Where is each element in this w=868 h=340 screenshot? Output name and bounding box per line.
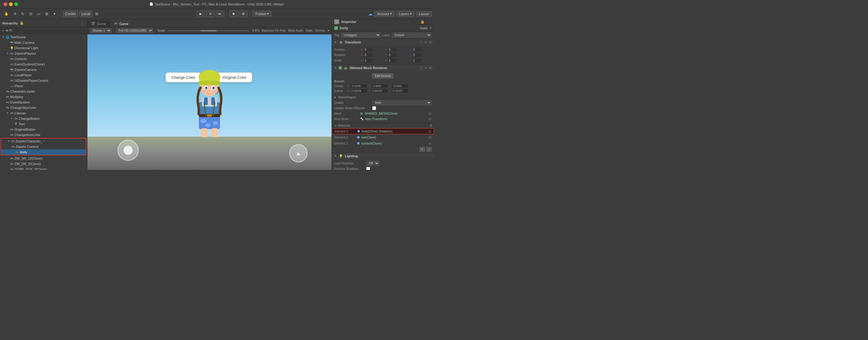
- active-checkbox[interactable]: ✓: [334, 26, 338, 30]
- tree-item-uizepeto[interactable]: 🎮 UIZepetoPlayerControl: [0, 78, 87, 83]
- extent-y-input[interactable]: [371, 89, 388, 93]
- center-x-input[interactable]: [350, 84, 367, 88]
- play-button[interactable]: ▶: [196, 10, 205, 17]
- tree-item-zw-sr[interactable]: 🎮 ZW_SR_12(Clone): [0, 156, 87, 161]
- tree-item-originalbutton[interactable]: 🎮 OriginalButton: [0, 127, 87, 132]
- position-x-input[interactable]: [364, 48, 373, 52]
- tree-item-changeitemcolor[interactable]: 🎮 ChangeItemColor: [0, 132, 87, 138]
- tree-item-zepetocharacter[interactable]: ▼ 🎮 ZepetoCharacter_···: [1, 139, 86, 144]
- rotation-x-input[interactable]: [364, 53, 373, 57]
- tree-item-zepetocamera[interactable]: 📷 ZepetoCamera: [0, 67, 87, 73]
- hierarchy-menu[interactable]: ⋮: [81, 21, 85, 26]
- mat-add-btn[interactable]: +: [420, 147, 425, 152]
- scale-tool[interactable]: ⊡: [27, 11, 34, 17]
- inspector-menu[interactable]: ⋮: [428, 20, 432, 24]
- tab-game[interactable]: 🎮 Game: [110, 20, 132, 27]
- transform-header[interactable]: ▼ ⊞ Transform ? ⟳ ⚙: [332, 39, 434, 46]
- tab-scene[interactable]: 🎬 Scene: [87, 20, 110, 27]
- transform-help[interactable]: ?: [420, 41, 422, 44]
- tree-item-localplayer[interactable]: 🎮 LocalPlayer: [0, 73, 87, 78]
- display-select[interactable]: Display 1: [90, 28, 112, 33]
- publish-button[interactable]: Publish ▾: [253, 11, 272, 17]
- tree-item-multiplay[interactable]: 🎮 Multiplay: [0, 94, 87, 100]
- quality-select[interactable]: Auto: [372, 100, 432, 105]
- rect-tool[interactable]: ▭: [35, 11, 42, 17]
- stats-btn[interactable]: Stats: [306, 29, 313, 32]
- transform-refresh[interactable]: ⟳: [425, 41, 427, 44]
- smr-header[interactable]: ▼ ✓ ▤ Skinned Mesh Renderer ? ⟳ ⚙: [332, 64, 434, 71]
- position-z-input[interactable]: [412, 48, 421, 52]
- close-button[interactable]: [4, 2, 7, 6]
- tree-item-canvas[interactable]: ▼ 🎮 Canvas: [0, 110, 87, 116]
- resolution-select[interactable]: Full HD (1920x1080): [116, 28, 153, 33]
- tree-item-controls[interactable]: 🎮 Controls: [0, 56, 87, 61]
- tag-select[interactable]: Untagged: [341, 33, 381, 38]
- edit-bounds-button[interactable]: Edit Bounds: [372, 73, 394, 79]
- tree-item-dirlight[interactable]: 💡 Directional Light: [0, 45, 87, 51]
- tree-item-ygbp[interactable]: 🎮 YGBP_SOX_9(Clone): [0, 167, 87, 170]
- smr-help[interactable]: ?: [420, 66, 422, 70]
- layer-select[interactable]: Default: [392, 33, 432, 38]
- tree-item-body[interactable]: 🎮 body: [1, 149, 86, 155]
- pivot-space-btn[interactable]: Local: [79, 10, 92, 17]
- tree-item-plane[interactable]: ▭ Plane: [0, 83, 87, 89]
- extent-z-input[interactable]: [392, 89, 409, 93]
- layers-button[interactable]: Layers ▾: [396, 11, 414, 17]
- mute-btn[interactable]: Mute Audio: [288, 29, 303, 32]
- tree-item-charloader[interactable]: 🎮 CharacterLoader: [0, 89, 87, 94]
- rotation-z-input[interactable]: [412, 53, 421, 57]
- root-bone-select-btn[interactable]: ◎: [429, 117, 432, 121]
- tree-item-testscene[interactable]: ▼ 🌐 TestScene ⋮: [0, 34, 87, 40]
- tree-item-eventsystem-clone[interactable]: 🎮 EventSystem(Clone): [0, 61, 87, 67]
- scale-slider[interactable]: [168, 30, 249, 31]
- rotation-y-input[interactable]: [388, 53, 397, 57]
- center-z-input[interactable]: [392, 84, 409, 88]
- pause-button[interactable]: ⏸: [206, 10, 215, 17]
- rotate-tool[interactable]: ↻: [20, 11, 26, 17]
- tree-item-text[interactable]: T Text: [0, 121, 87, 127]
- maximize-btn[interactable]: Maximize On Play: [261, 29, 286, 32]
- hand-tool[interactable]: ✋: [2, 11, 10, 17]
- record-button[interactable]: ⏺: [229, 10, 238, 17]
- tree-item-changeskin[interactable]: 🎮 ChangeSkinColor: [0, 105, 87, 110]
- joystick-right[interactable]: ▲: [289, 144, 307, 162]
- cast-shadows-select[interactable]: Off: [366, 161, 379, 166]
- tree-item-eventsystem[interactable]: 🎮 EventSystem: [0, 100, 87, 105]
- tree-item-maincamera[interactable]: 📷 Main Camera: [0, 40, 87, 45]
- scale-z-input[interactable]: [412, 59, 421, 62]
- lighting-header[interactable]: ▼ 💡 Lighting: [332, 153, 434, 159]
- smr-checkbox[interactable]: ✓: [339, 66, 342, 69]
- transform-tool[interactable]: ⊞: [43, 11, 50, 17]
- maximize-button[interactable]: [14, 2, 18, 6]
- move-tool[interactable]: ✛: [12, 11, 19, 17]
- static-arrow[interactable]: ▾: [430, 26, 432, 30]
- mesh-select-btn[interactable]: ◎: [429, 112, 432, 116]
- smr-gear[interactable]: ⚙: [429, 66, 432, 70]
- inspector-lock[interactable]: 🔒: [421, 20, 425, 24]
- receive-shadows-checkbox[interactable]: [366, 167, 370, 170]
- position-y-input[interactable]: [388, 48, 397, 52]
- add-hierarchy-btn[interactable]: +: [2, 28, 4, 33]
- mat-select-2[interactable]: ◎: [429, 141, 432, 145]
- mat-select-1[interactable]: ◎: [429, 136, 432, 139]
- lock-icon[interactable]: 🔒: [20, 21, 24, 25]
- step-button[interactable]: ⏭: [216, 10, 224, 17]
- update-offscreen-checkbox[interactable]: [372, 106, 376, 110]
- pivot-mode-btn[interactable]: Center: [63, 10, 78, 17]
- center-y-input[interactable]: [371, 84, 388, 88]
- tree-item-changebutton[interactable]: ▼ 🎮 ChangeButton: [0, 116, 87, 121]
- mat-remove-btn[interactable]: −: [426, 147, 432, 152]
- smr-refresh[interactable]: ⟳: [425, 66, 427, 70]
- joystick-left[interactable]: [118, 140, 138, 161]
- account-button[interactable]: Account ▾: [374, 11, 395, 17]
- build-button[interactable]: ⊠: [239, 10, 247, 17]
- custom-tool[interactable]: ✦: [51, 11, 58, 17]
- scale-y-input[interactable]: [388, 59, 397, 62]
- layout-button[interactable]: Layout: [416, 11, 432, 17]
- layout-btn[interactable]: ⊞: [93, 11, 100, 17]
- tree-item-zw-dr[interactable]: 🎮 ZW_DR_2(Clone): [0, 161, 87, 167]
- tree-item-zepeto-context[interactable]: 🎮 Zepeto Context: [1, 144, 86, 149]
- tree-item-zepetoplayers[interactable]: ▼ 🎮 ZepetoPlayers: [0, 51, 87, 56]
- scale-x-input[interactable]: [364, 59, 373, 62]
- mat-select-0[interactable]: ◎: [428, 130, 431, 133]
